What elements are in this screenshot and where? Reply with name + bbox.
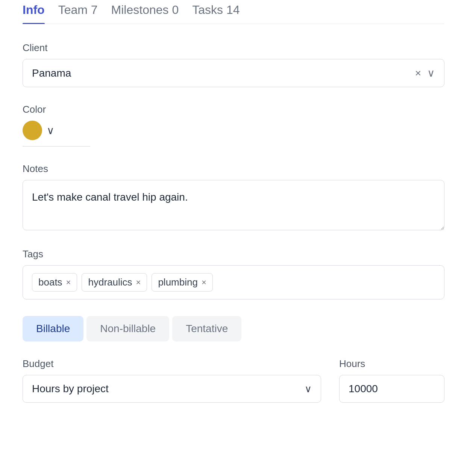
billing-tentative-button[interactable]: Tentative (172, 316, 241, 342)
color-circle (23, 121, 42, 140)
tags-label: Tags (23, 248, 444, 260)
notes-input[interactable]: Let's make canal travel hip again. (23, 180, 444, 230)
billing-billable-button[interactable]: Billable (23, 316, 83, 342)
color-label: Color (23, 104, 444, 115)
notes-section: Notes Let's make canal travel hip again. (23, 163, 444, 232)
tag-hydraulics: hydraulics × (82, 273, 147, 292)
tab-milestones[interactable]: Milestones 0 (111, 3, 179, 24)
tab-team[interactable]: Team 7 (58, 3, 98, 24)
color-chevron-icon: ∨ (47, 124, 55, 137)
client-dropdown[interactable]: Panama × ∨ (23, 59, 444, 87)
tag-hydraulics-label: hydraulics (88, 277, 132, 288)
tab-tasks[interactable]: Tasks 14 (192, 3, 240, 24)
budget-field: Budget Hours by project ∨ (23, 358, 321, 403)
tags-container[interactable]: boats × hydraulics × plumbing × (23, 265, 444, 299)
billing-toggle: Billable Non-billable Tentative (23, 316, 444, 342)
tags-section: Tags boats × hydraulics × plumbing × (23, 248, 444, 299)
tab-bar: Info Team 7 Milestones 0 Tasks 14 (23, 0, 444, 24)
client-value: Panama (32, 67, 71, 79)
billing-non-billable-button[interactable]: Non-billable (86, 316, 169, 342)
tag-plumbing-label: plumbing (158, 277, 198, 288)
budget-value: Hours by project (32, 383, 109, 395)
budget-label: Budget (23, 358, 321, 370)
tag-boats-label: boats (38, 277, 62, 288)
tab-info[interactable]: Info (23, 3, 45, 24)
budget-select[interactable]: Hours by project ∨ (23, 375, 321, 403)
tag-plumbing-remove[interactable]: × (202, 278, 206, 287)
client-section: Client Panama × ∨ (23, 42, 444, 87)
hours-field: Hours (339, 358, 444, 403)
page-container: Info Team 7 Milestones 0 Tasks 14 Client… (0, 0, 467, 425)
tag-boats-remove[interactable]: × (66, 278, 71, 287)
client-actions: × ∨ (415, 67, 435, 79)
notes-label: Notes (23, 163, 444, 175)
budget-section: Budget Hours by project ∨ Hours (23, 358, 444, 403)
color-section: Color ∨ (23, 104, 444, 147)
tag-hydraulics-remove[interactable]: × (136, 278, 141, 287)
client-label: Client (23, 42, 444, 54)
client-clear-icon[interactable]: × (415, 67, 421, 79)
tag-boats: boats × (32, 273, 77, 292)
hours-input[interactable] (339, 375, 444, 403)
budget-chevron-icon: ∨ (305, 383, 312, 395)
client-chevron-icon[interactable]: ∨ (427, 67, 435, 79)
color-picker[interactable]: ∨ (23, 121, 90, 147)
hours-label: Hours (339, 358, 444, 370)
tag-plumbing: plumbing × (152, 273, 212, 292)
